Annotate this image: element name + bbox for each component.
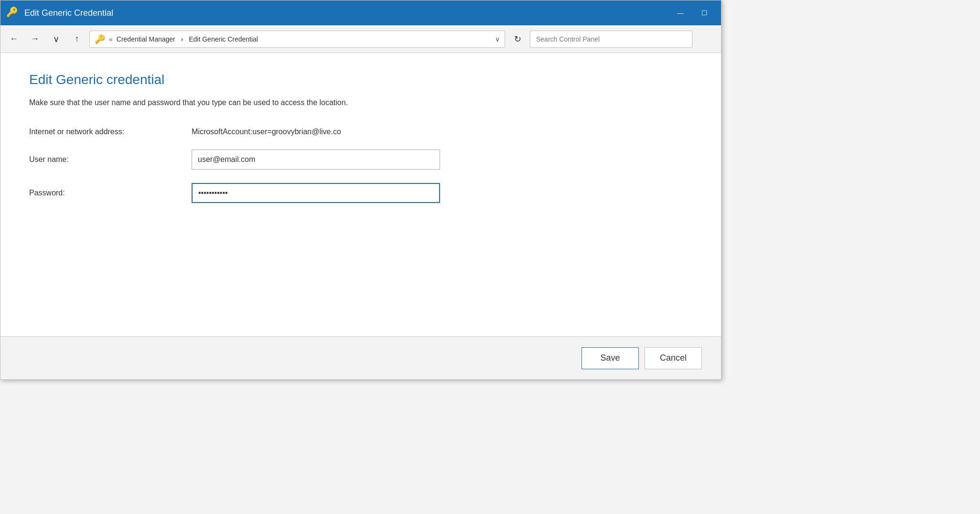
internet-address-value: MicrosoftAccount:user=groovybrian@live.c…	[192, 128, 341, 136]
window-title: Edit Generic Credential	[24, 8, 113, 18]
username-row: User name:	[29, 150, 692, 170]
internet-address-label: Internet or network address:	[29, 128, 192, 136]
forward-button[interactable]: →	[26, 31, 43, 48]
title-bar: 🔑 Edit Generic Credential — ☐	[0, 0, 721, 25]
up-button[interactable]: ↑	[68, 31, 86, 48]
password-row: Password:	[29, 183, 692, 203]
chevron-down-icon: ∨	[495, 35, 500, 43]
username-label: User name:	[29, 155, 192, 164]
breadcrumb-current: Edit Generic Credential	[189, 35, 258, 43]
title-bar-left: 🔑 Edit Generic Credential	[6, 6, 113, 20]
breadcrumb-separator: ›	[179, 35, 185, 43]
password-label: Password:	[29, 189, 192, 197]
search-input[interactable]	[530, 31, 692, 48]
minimize-button[interactable]: —	[669, 5, 691, 21]
cancel-button[interactable]: Cancel	[645, 347, 702, 369]
footer: Save Cancel	[0, 336, 721, 379]
window-icon: 🔑	[6, 6, 20, 20]
username-field[interactable]	[192, 150, 440, 170]
breadcrumb-root: Credential Manager	[117, 35, 175, 43]
main-content: Edit Generic credential Make sure that t…	[0, 53, 721, 336]
nav-bar: ← → ∨ ↑ 🔑 « Credential Manager › Edit Ge…	[0, 25, 721, 53]
title-bar-controls: — ☐	[669, 5, 715, 21]
page-title: Edit Generic credential	[29, 72, 692, 87]
password-field[interactable]	[192, 183, 440, 203]
address-separator: «	[109, 35, 113, 43]
dropdown-button[interactable]: ∨	[47, 31, 65, 48]
save-button[interactable]: Save	[582, 347, 639, 369]
address-icon: 🔑	[95, 34, 105, 44]
internet-address-row: Internet or network address: MicrosoftAc…	[29, 128, 692, 136]
back-button[interactable]: ←	[5, 31, 22, 48]
address-bar[interactable]: 🔑 « Credential Manager › Edit Generic Cr…	[89, 31, 505, 48]
refresh-button[interactable]: ↻	[509, 31, 526, 48]
restore-button[interactable]: ☐	[693, 5, 715, 21]
main-window: 🔑 Edit Generic Credential — ☐ ← → ∨ ↑ 🔑 …	[0, 0, 722, 380]
description-text: Make sure that the user name and passwor…	[29, 97, 692, 108]
